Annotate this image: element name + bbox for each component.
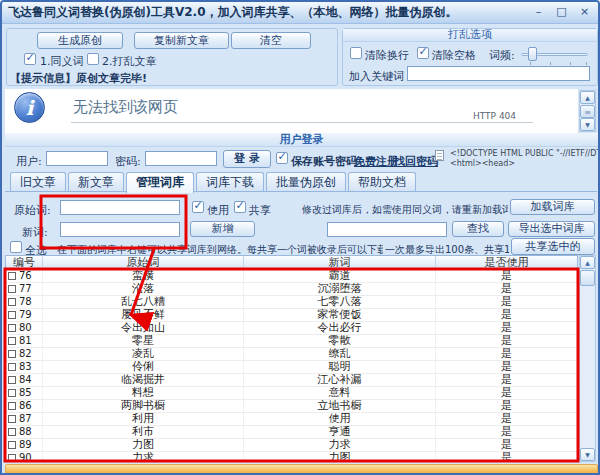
row-checkbox[interactable] bbox=[8, 337, 16, 345]
scrollbar-thumb[interactable]: ≡ bbox=[580, 105, 595, 118]
slider-thumb-icon[interactable] bbox=[528, 47, 537, 61]
clear-button[interactable]: 清空 bbox=[231, 32, 311, 49]
recover-password-link[interactable]: 找回密码 bbox=[394, 154, 438, 169]
table-row[interactable]: 84 临渴掘井 江心补漏 是 bbox=[6, 374, 577, 387]
table-row[interactable]: 78 乱七八糟 七零八落 是 bbox=[6, 296, 577, 309]
error-heading: 无法找到该网页 bbox=[73, 98, 178, 117]
row-use-flag: 是 bbox=[436, 439, 577, 451]
scroll-down-button[interactable]: ▼ bbox=[580, 118, 595, 131]
row-checkbox[interactable] bbox=[8, 376, 16, 384]
use-checkbox[interactable]: ✓ bbox=[192, 201, 204, 213]
remove-linebreaks-label: 清除换行 bbox=[365, 48, 409, 63]
add-word-button[interactable]: 新增 bbox=[190, 221, 255, 237]
row-new-word: 力图 bbox=[244, 452, 436, 461]
synonym-checkbox[interactable]: ✓ bbox=[24, 53, 36, 65]
export-selected-button[interactable]: 导出选中词库 bbox=[508, 221, 595, 237]
use-checkbox-label: 使用 bbox=[207, 203, 229, 218]
original-word-input[interactable] bbox=[60, 200, 180, 215]
row-checkbox[interactable] bbox=[8, 402, 16, 410]
row-checkbox[interactable] bbox=[8, 350, 16, 358]
row-checkbox[interactable] bbox=[8, 324, 16, 332]
select-all-checkbox[interactable] bbox=[10, 241, 22, 253]
share-checkbox[interactable]: ✓ bbox=[234, 201, 246, 213]
table-row[interactable]: 89 力图 力求 是 bbox=[6, 439, 577, 452]
table-row[interactable]: 83 伶俐 聪明 是 bbox=[6, 361, 577, 374]
title-bar[interactable]: 飞达鲁同义词替换(伪原创)工具V2.0，加入词库共享、（本地、网络）批量伪原创。… bbox=[2, 2, 598, 24]
preview-scrollbar[interactable]: ▲ ≡ ▼ bbox=[579, 90, 596, 132]
minimize-icon[interactable]: – bbox=[531, 5, 546, 19]
table-row[interactable]: 77 沦落 沉溺堕落 是 bbox=[6, 283, 577, 296]
remove-linebreaks-checkbox[interactable] bbox=[350, 47, 362, 59]
header-in-use[interactable]: 是否使用 bbox=[436, 256, 577, 269]
row-new-word: 令出必行 bbox=[244, 322, 436, 334]
row-id: 84 bbox=[19, 374, 32, 386]
row-checkbox[interactable] bbox=[8, 298, 16, 306]
divider bbox=[71, 122, 533, 123]
row-checkbox[interactable] bbox=[8, 428, 16, 436]
table-row[interactable]: 88 利市 亨通 是 bbox=[6, 426, 577, 439]
table-scrollbar[interactable]: ▲ ▼ bbox=[579, 255, 596, 462]
word-frequency-label: 词频: bbox=[489, 48, 515, 63]
generate-original-button[interactable]: 生成原创 bbox=[37, 32, 123, 49]
register-link[interactable]: 免费注册 bbox=[354, 154, 398, 169]
share-selected-button[interactable]: 共享选中的 bbox=[511, 238, 595, 255]
row-checkbox[interactable] bbox=[8, 441, 16, 449]
table-scrollbar-thumb[interactable] bbox=[580, 270, 595, 286]
table-scroll-down-button[interactable]: ▼ bbox=[580, 448, 595, 461]
header-new-word[interactable]: 新词 bbox=[244, 256, 436, 269]
row-use-flag: 是 bbox=[436, 413, 577, 425]
table-row[interactable]: 81 零星 零散 是 bbox=[6, 335, 577, 348]
synonym-checkbox-label: 1.同义词 bbox=[40, 54, 84, 69]
username-input[interactable] bbox=[46, 151, 108, 166]
table-row[interactable]: 80 令出如山 令出必行 是 bbox=[6, 322, 577, 335]
slider-tick bbox=[570, 62, 571, 65]
copy-new-article-button[interactable]: 复制新文章 bbox=[134, 32, 229, 49]
row-use-flag: 是 bbox=[436, 335, 577, 347]
table-row[interactable]: 87 利用 使用 是 bbox=[6, 413, 577, 426]
table-row[interactable]: 79 屡见不鲜 家常便饭 是 bbox=[6, 309, 577, 322]
load-thesaurus-button[interactable]: 加载词库 bbox=[510, 199, 595, 215]
table-row[interactable]: 90 力求 力图 是 bbox=[6, 452, 577, 461]
maximize-icon[interactable]: □ bbox=[554, 5, 569, 19]
row-checkbox[interactable] bbox=[8, 311, 16, 319]
slider-tick bbox=[586, 62, 587, 65]
table-row[interactable]: 76 蛮横 霸道 是 bbox=[6, 270, 577, 283]
scroll-up-button[interactable]: ▲ bbox=[580, 91, 595, 104]
keyword-input[interactable] bbox=[407, 66, 590, 81]
new-word-input[interactable] bbox=[60, 222, 180, 237]
login-button[interactable]: 登 录 bbox=[223, 150, 271, 168]
row-new-word: 亨通 bbox=[244, 426, 436, 438]
table-row[interactable]: 82 凌乱 缭乱 是 bbox=[6, 348, 577, 361]
row-new-word: 使用 bbox=[244, 413, 436, 425]
header-original-word[interactable]: 原始词 bbox=[43, 256, 244, 269]
row-checkbox[interactable] bbox=[8, 285, 16, 293]
shuffle-checkbox[interactable] bbox=[87, 53, 99, 65]
thesaurus-search-input[interactable] bbox=[327, 222, 447, 237]
tab-manage-thesaurus[interactable]: 管理词库 bbox=[126, 172, 194, 193]
tab-old-article[interactable]: 旧文章 bbox=[10, 172, 66, 191]
thumb-grip-icon: ≡ bbox=[584, 108, 591, 117]
save-account-checkbox[interactable]: ✓ bbox=[276, 152, 288, 164]
tab-thesaurus-download[interactable]: 词库下载 bbox=[196, 172, 264, 191]
password-input[interactable] bbox=[145, 151, 217, 166]
row-checkbox[interactable] bbox=[8, 272, 16, 280]
row-original-word: 伶俐 bbox=[43, 361, 244, 373]
tab-help-docs[interactable]: 帮助文档 bbox=[348, 172, 416, 191]
row-checkbox[interactable] bbox=[8, 454, 16, 461]
row-id: 88 bbox=[19, 426, 32, 438]
table-row[interactable]: 86 两脚书橱 立地书橱 是 bbox=[6, 400, 577, 413]
remove-spaces-checkbox[interactable]: ✓ bbox=[417, 47, 429, 59]
header-id[interactable]: 编号 bbox=[6, 256, 43, 269]
tab-new-article[interactable]: 新文章 bbox=[68, 172, 124, 191]
tab-batch-rewrite[interactable]: 批量伪原创 bbox=[266, 172, 346, 191]
close-icon[interactable]: × bbox=[577, 5, 592, 19]
table-scroll-up-button[interactable]: ▲ bbox=[580, 256, 595, 269]
search-button[interactable]: 查找 bbox=[452, 221, 504, 237]
row-checkbox[interactable] bbox=[8, 415, 16, 423]
new-word-label: 新词: bbox=[22, 225, 48, 240]
table-row[interactable]: 85 料想 意料 是 bbox=[6, 387, 577, 400]
slider-tick bbox=[550, 62, 551, 65]
row-checkbox[interactable] bbox=[8, 389, 16, 397]
row-original-word: 乱七八糟 bbox=[43, 296, 244, 308]
row-checkbox[interactable] bbox=[8, 363, 16, 371]
